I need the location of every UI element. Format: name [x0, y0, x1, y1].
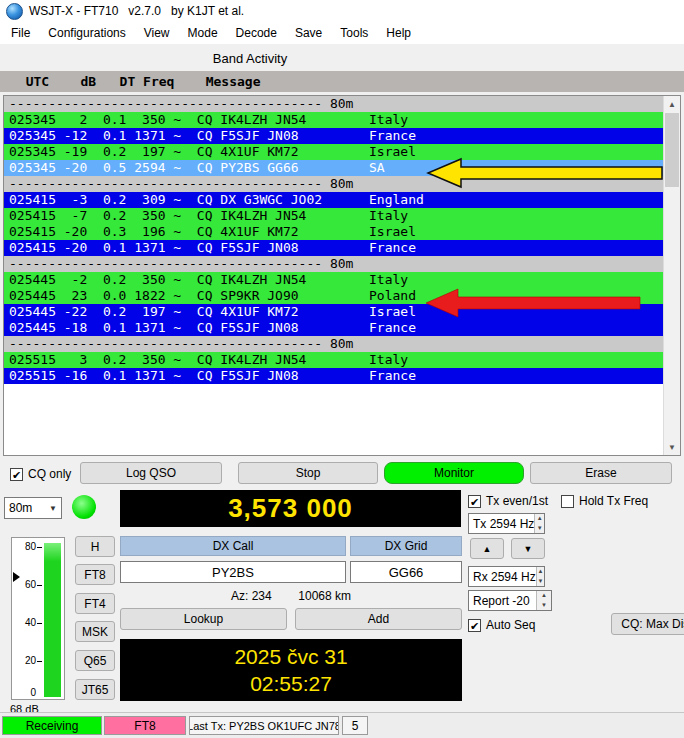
scroll-up-icon[interactable]: ▲ [664, 96, 680, 112]
tx-freq-spinner[interactable]: Tx 2594 Hz ▲▼ [468, 513, 545, 534]
menu-tools[interactable]: Tools [331, 23, 377, 43]
wsjtx-window: WSJT-X - FT710 v2.7.0 by K1JT et al. Fil… [0, 0, 684, 738]
clock-date: 2025 čvc 31 [234, 645, 347, 669]
mode-button-ft4[interactable]: FT4 [75, 593, 115, 614]
stop-button[interactable]: Stop [238, 462, 378, 484]
meter-scale-0: 0 [30, 688, 36, 698]
band-separator: ----------------------------------------… [4, 336, 663, 352]
halt-button[interactable]: H [75, 536, 115, 557]
decode-row[interactable]: 025415 -20 0.1 1371 ~ CQ F5SJF JN08 Fran… [4, 240, 663, 256]
status-bar: Receiving FT8 Last Tx: PY2BS OK1UFC JN78… [0, 712, 684, 738]
decode-row[interactable]: 025345 -12 0.1 1371 ~ CQ F5SJF JN08 Fran… [4, 128, 663, 144]
decode-row[interactable]: 025445 -18 0.1 1371 ~ CQ F5SJF JN08 Fran… [4, 320, 663, 336]
meter-scale-60: 60 [25, 580, 36, 590]
spin-up-icon[interactable]: ▲ [537, 591, 551, 601]
dx-grid-input[interactable] [350, 561, 462, 583]
add-button[interactable]: Add [295, 608, 462, 630]
tx-even-checkbox[interactable]: Tx even/1st [468, 493, 548, 509]
cq-max-dist-button[interactable]: CQ: Max Dist [611, 613, 684, 635]
meter-scale-20: 20 [25, 656, 36, 666]
mode-button-q65[interactable]: Q65 [75, 650, 115, 671]
decode-row[interactable]: 025345 -19 0.2 197 ~ CQ 4X1UF KM72 Israe… [4, 144, 663, 160]
menu-decode[interactable]: Decode [227, 23, 286, 43]
spinner-arrows[interactable]: ▲▼ [536, 591, 551, 610]
log-qso-button[interactable]: Log QSO [80, 462, 222, 484]
tx-up-button[interactable]: ▲ [470, 538, 504, 559]
scrollbar[interactable]: ▲ ▼ [663, 96, 680, 455]
signal-meter-bar [44, 543, 61, 697]
monitor-button[interactable]: Monitor [384, 462, 524, 484]
decode-row[interactable]: 025445 23 0.0 1822 ~ CQ SP9KR JO90 Polan… [4, 288, 663, 304]
mode-button-ft8[interactable]: FT8 [75, 564, 115, 585]
report-spinner[interactable]: Report -20 ▲▼ [468, 590, 552, 611]
tx-down-button[interactable]: ▼ [511, 538, 545, 559]
last-tx-status: Last Tx: PY2BS OK1UFC JN78 [189, 716, 339, 735]
decode-row[interactable]: 025415 -3 0.2 309 ~ CQ DX G3WGC JO02 Eng… [4, 192, 663, 208]
decode-row[interactable]: 025415 -20 0.3 196 ~ CQ 4X1UF KM72 Israe… [4, 224, 663, 240]
status-lamp [72, 495, 96, 519]
cq-only-checkbox[interactable]: CQ only [10, 466, 71, 482]
cq-only-checkbox-box[interactable] [10, 468, 23, 481]
menu-view[interactable]: View [135, 23, 179, 43]
hold-tx-freq-checkbox-box[interactable] [561, 495, 574, 508]
scroll-down-icon[interactable]: ▼ [664, 439, 680, 455]
mode-button-msk[interactable]: MSK [75, 621, 115, 642]
frequency-display: 3,573 000 [120, 490, 461, 527]
scrollbar-thumb[interactable] [665, 113, 679, 187]
rx-freq-spinner[interactable]: Rx 2594 Hz ▲▼ [468, 566, 545, 587]
meter-scale-40: 40 [25, 618, 36, 628]
decode-row[interactable]: 025345 2 0.1 350 ~ CQ IK4LZH JN54 Italy [4, 112, 663, 128]
hold-tx-freq-checkbox[interactable]: Hold Tx Freq [561, 493, 648, 509]
decode-row-selected[interactable]: 025345 -20 0.5 2594 ~ CQ PY2BS GG66 SA [4, 160, 663, 176]
band-activity-list: ----------------------------------------… [3, 95, 681, 456]
tx-even-checkbox-box[interactable] [468, 495, 481, 508]
tx-even-label: Tx even/1st [486, 494, 548, 508]
decode-row[interactable]: 025445 -22 0.2 197 ~ CQ 4X1UF KM72 Israe… [4, 304, 663, 320]
band-select[interactable]: 80m ▼ [4, 497, 62, 519]
menu-mode[interactable]: Mode [179, 23, 227, 43]
receive-status-badge: Receiving [2, 716, 102, 735]
cq-only-label: CQ only [28, 467, 71, 481]
decode-row[interactable]: 025415 -7 0.2 350 ~ CQ IK4LZH JN54 Italy [4, 208, 663, 224]
auto-seq-checkbox-box[interactable] [468, 619, 481, 632]
decode-row[interactable]: 025515 3 0.2 350 ~ CQ IK4LZH JN54 Italy [4, 352, 663, 368]
spinner-arrows[interactable]: ▲▼ [534, 514, 544, 533]
band-separator: ----------------------------------------… [4, 96, 663, 112]
window-title: WSJT-X - FT710 v2.7.0 by K1JT et al. [29, 4, 244, 18]
dx-call-label: DX Call [120, 536, 346, 556]
spin-down-icon[interactable]: ▼ [537, 601, 551, 611]
auto-seq-label: Auto Seq [486, 618, 535, 632]
spin-up-icon[interactable]: ▲ [535, 514, 544, 524]
meter-tick [37, 585, 42, 586]
clock-display: 2025 čvc 31 02:55:27 [120, 639, 462, 701]
azimuth-distance: Az: 234 10068 km [120, 589, 462, 603]
decode-column-header: UTC dB DT Freq Message [0, 71, 684, 92]
decode-depth-status: 5 [342, 716, 368, 735]
menu-configurations[interactable]: Configurations [39, 23, 134, 43]
menu-help[interactable]: Help [377, 23, 420, 43]
tx-freq-value: Tx 2594 Hz [469, 514, 534, 533]
dx-grid-label: DX Grid [350, 536, 462, 556]
spin-down-icon[interactable]: ▼ [537, 577, 544, 587]
auto-seq-checkbox[interactable]: Auto Seq [468, 617, 535, 633]
spin-down-icon[interactable]: ▼ [535, 524, 544, 534]
menu-bar: File Configurations View Mode Decode Sav… [0, 22, 684, 44]
spin-up-icon[interactable]: ▲ [537, 567, 544, 577]
menu-file[interactable]: File [2, 23, 39, 43]
menu-save[interactable]: Save [286, 23, 331, 43]
rx-freq-value: Rx 2594 Hz [469, 567, 536, 586]
chevron-down-icon: ▼ [49, 504, 57, 513]
decode-row[interactable]: 025515 -16 0.1 1371 ~ CQ F5SJF JN08 Fran… [4, 368, 663, 384]
band-separator: ----------------------------------------… [4, 176, 663, 192]
decode-row[interactable]: 025445 -2 0.2 350 ~ CQ IK4LZH JN54 Italy [4, 272, 663, 288]
title-bar: WSJT-X - FT710 v2.7.0 by K1JT et al. [0, 0, 684, 22]
report-value: Report -20 [469, 591, 536, 610]
mode-button-jt65[interactable]: JT65 [75, 679, 115, 700]
spinner-arrows[interactable]: ▲▼ [536, 567, 544, 586]
band-activity-title: Band Activity [0, 51, 500, 66]
signal-meter: 80 60 40 20 0 [11, 537, 65, 700]
dx-call-input[interactable] [120, 561, 346, 583]
lookup-button[interactable]: Lookup [120, 608, 287, 630]
erase-button[interactable]: Erase [530, 462, 672, 484]
mode-status-badge: FT8 [104, 716, 186, 735]
